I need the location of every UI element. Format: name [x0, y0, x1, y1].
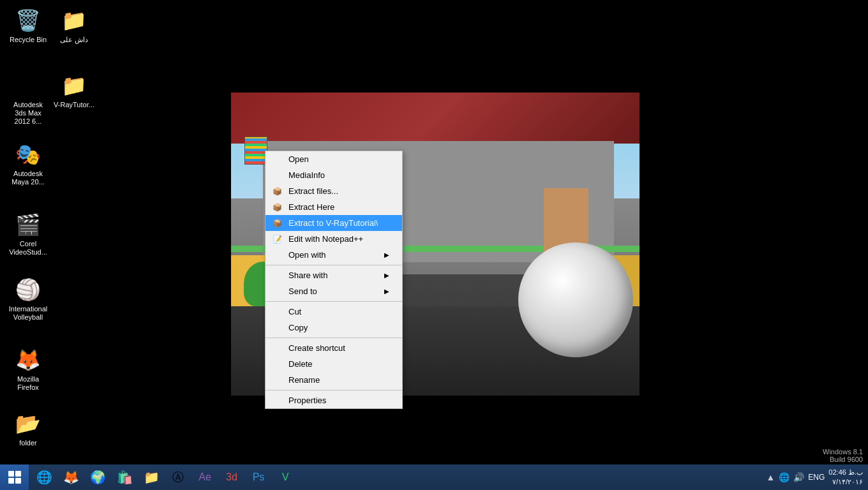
menu-item-rename[interactable]: Rename — [266, 372, 402, 388]
copy-label: Copy — [288, 323, 308, 332]
menu-item-mediainfo[interactable]: MediaInfo — [266, 167, 402, 183]
notepad-icon: 📝 — [271, 233, 283, 246]
taskbar: 🌐 🦊 🌍 🛍️ 📁 Ⓐ Ae 3d Ps V ▲ 🌐 🔊 ENG 02:46 … — [0, 464, 868, 490]
desktop-icon-corel[interactable]: 🎬 Corel VideoStud... — [5, 209, 51, 259]
menu-item-extract-files[interactable]: 📦 Extract files... — [266, 183, 402, 199]
taskbar-app-ps[interactable]: Ps — [246, 466, 271, 489]
send-to-arrow: ▶ — [384, 288, 389, 295]
autodesk-3ds-label: Autodesk 3ds Max 2012 6... — [8, 101, 49, 126]
os-info: Windows 8.1 Build 9600 — [823, 448, 863, 463]
menu-item-copy[interactable]: Copy — [266, 320, 402, 336]
menu-item-send-to[interactable]: Send to ▶ — [266, 283, 402, 299]
taskbar-app-autocad[interactable]: Ⓐ — [165, 466, 191, 489]
separator-3 — [266, 338, 402, 338]
extract-files-icon: 📦 — [271, 185, 283, 198]
corel-label: Corel VideoStud... — [8, 240, 49, 256]
desktop-icon-folder[interactable]: 📂 folder — [5, 408, 51, 450]
cut-label: Cut — [288, 307, 301, 316]
delete-label: Delete — [288, 359, 313, 369]
tray-network-icon[interactable]: 🌐 — [779, 472, 789, 482]
firefox-label: Mozilla Firefox — [8, 375, 49, 392]
mediainfo-label: MediaInfo — [288, 170, 325, 180]
taskbar-app-firefox[interactable]: 🦊 — [58, 466, 84, 489]
tray-date-value: ٧/١۴/٢٠١۶ — [828, 477, 863, 487]
taskbar-app-3ds[interactable]: 3d — [219, 466, 244, 489]
arabic-folder-label: داش علی — [60, 36, 88, 44]
os-build: Build 9600 — [823, 456, 863, 463]
tray-language[interactable]: ENG — [808, 473, 825, 482]
menu-item-open-with[interactable]: Open with ▶ — [266, 247, 402, 263]
taskbar-app-ie[interactable]: 🌍 — [85, 466, 110, 489]
arabic-folder-icon: 📁 — [61, 8, 87, 33]
taskbar-apps: 🌐 🦊 🌍 🛍️ 📁 Ⓐ Ae 3d Ps V — [29, 466, 761, 489]
windows-logo-icon — [8, 471, 21, 484]
open-label: Open — [288, 154, 309, 164]
maya-label: Autodesk Maya 20... — [8, 170, 49, 186]
firefox-icon: 🦊 — [15, 347, 41, 373]
vray-icon: 📁 — [61, 73, 87, 98]
open-icon — [271, 153, 283, 166]
desktop-icon-maya[interactable]: 🎭 Autodesk Maya 20... — [5, 139, 51, 189]
taskbar-app-chrome[interactable]: 🌐 — [31, 466, 57, 489]
maya-icon: 🎭 — [15, 142, 41, 167]
share-with-label: Share with — [288, 271, 327, 280]
rename-icon — [271, 374, 283, 387]
taskbar-tray: ▲ 🌐 🔊 ENG 02:46 ب.ظ ٧/١۴/٢٠١۶ — [761, 464, 868, 490]
menu-item-extract-here[interactable]: 📦 Extract Here — [266, 199, 402, 215]
edit-notepad-label: Edit with Notepad++ — [288, 234, 363, 244]
create-shortcut-label: Create shortcut — [288, 343, 345, 353]
recycle-bin-label: Recycle Bin — [10, 36, 47, 44]
mediainfo-icon — [271, 169, 283, 182]
menu-item-open[interactable]: Open — [266, 151, 402, 167]
desktop-icon-volleyball[interactable]: 🏐 International Volleyball — [5, 274, 51, 324]
send-to-icon — [271, 285, 283, 298]
taskbar-app-vray[interactable]: V — [273, 466, 298, 489]
rename-label: Rename — [288, 375, 320, 385]
extract-to-label: Extract to V-RayTutorial\ — [288, 218, 378, 228]
desktop: 🗑️ Recycle Bin 📁 داش علی 🅰 Autodesk 3ds … — [0, 0, 868, 490]
menu-item-delete[interactable]: Delete — [266, 356, 402, 372]
taskbar-app-explorer[interactable]: 📁 — [138, 466, 164, 489]
tray-clock[interactable]: 02:46 ب.ظ ٧/١۴/٢٠١۶ — [828, 468, 863, 487]
taskbar-app-ae[interactable]: Ae — [192, 466, 218, 489]
desktop-icon-autodesk-3ds[interactable]: 🅰 Autodesk 3ds Max 2012 6... — [5, 70, 51, 129]
share-with-icon — [271, 269, 283, 282]
folder-icon: 📂 — [15, 411, 41, 436]
share-with-arrow: ▶ — [384, 272, 389, 279]
menu-item-share-with[interactable]: Share with ▶ — [266, 267, 402, 283]
extract-to-icon: 📦 — [271, 217, 283, 230]
recycle-bin-icon: 🗑️ — [15, 8, 41, 33]
extract-here-label: Extract Here — [288, 202, 334, 212]
properties-icon — [271, 394, 283, 407]
menu-item-edit-notepad[interactable]: 📝 Edit with Notepad++ — [266, 231, 402, 247]
folder-label: folder — [19, 439, 37, 447]
context-menu: Open MediaInfo 📦 Extract files... 📦 Extr… — [265, 151, 403, 409]
menu-item-extract-to[interactable]: 📦 Extract to V-RayTutorial\ — [266, 215, 402, 231]
menu-item-create-shortcut[interactable]: Create shortcut — [266, 340, 402, 356]
separator-2 — [266, 301, 402, 302]
taskbar-app-store[interactable]: 🛍️ — [112, 466, 137, 489]
menu-item-cut[interactable]: Cut — [266, 304, 402, 320]
separator-4 — [266, 390, 402, 390]
tray-speaker-icon[interactable]: 🔊 — [793, 472, 804, 482]
desktop-icon-vray[interactable]: 📁 V-RayTutor... — [51, 70, 97, 112]
extract-here-icon: 📦 — [271, 201, 283, 214]
volleyball-icon: 🏐 — [15, 277, 41, 302]
properties-label: Properties — [288, 396, 326, 405]
corel-icon: 🎬 — [15, 212, 41, 237]
desktop-icon-arabic-folder[interactable]: 📁 داش علی — [51, 5, 97, 47]
open-with-arrow: ▶ — [384, 251, 389, 258]
volleyball-label: International Volleyball — [8, 305, 49, 322]
open-with-label: Open with — [288, 250, 326, 260]
desktop-icon-firefox[interactable]: 🦊 Mozilla Firefox — [5, 345, 51, 394]
delete-icon — [271, 358, 283, 371]
copy-icon — [271, 322, 283, 334]
menu-item-properties[interactable]: Properties — [266, 392, 402, 408]
desktop-icon-recycle-bin[interactable]: 🗑️ Recycle Bin — [5, 5, 51, 47]
separator-1 — [266, 265, 402, 265]
cut-icon — [271, 306, 283, 318]
open-with-icon — [271, 249, 283, 262]
start-button[interactable] — [0, 464, 29, 490]
tray-expand-icon[interactable]: ▲ — [766, 472, 775, 482]
tray-time-value: 02:46 ب.ظ — [828, 468, 863, 477]
